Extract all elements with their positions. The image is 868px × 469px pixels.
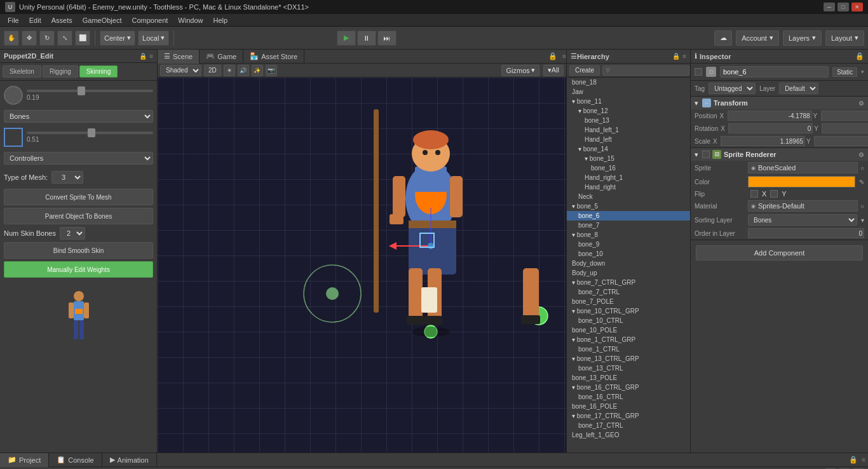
hierarchy-item[interactable]: ▾ bone_14 bbox=[567, 144, 690, 154]
hierarchy-item[interactable]: bone_9 bbox=[567, 240, 690, 249]
static-chevron[interactable]: ▾ bbox=[861, 69, 864, 75]
color-pick-icon[interactable]: ✎ bbox=[859, 179, 864, 186]
menu-edit[interactable]: Edit bbox=[24, 14, 46, 27]
sprite-renderer-header[interactable]: ▾ 🖼 Sprite Renderer ⚙ bbox=[691, 148, 868, 161]
hierarchy-item[interactable]: bone_13_POLE bbox=[567, 373, 690, 383]
tab-skinning[interactable]: Skinning bbox=[79, 65, 118, 78]
tag-select[interactable]: Untagged bbox=[709, 83, 756, 94]
play-button[interactable]: ▶ bbox=[337, 31, 356, 46]
flip-y-checkbox[interactable] bbox=[770, 190, 778, 198]
hierarchy-item[interactable]: ▾ bone_1_CTRL_GRP bbox=[567, 335, 690, 344]
tab-game[interactable]: 🎮 Game bbox=[200, 50, 243, 64]
sprite-renderer-gear[interactable]: ⚙ bbox=[858, 151, 864, 158]
slider1-thumb[interactable] bbox=[78, 86, 85, 95]
hierarchy-item[interactable]: ▾ bone_16_CTRL_GRP bbox=[567, 383, 690, 392]
audio-icon[interactable]: 🔊 bbox=[238, 65, 249, 76]
hierarchy-create-button[interactable]: Create bbox=[569, 65, 600, 76]
hierarchy-item[interactable]: bone_7_POLE bbox=[567, 297, 690, 306]
mesh-type-select[interactable]: 3 bbox=[51, 171, 83, 184]
slider2-thumb[interactable] bbox=[88, 128, 95, 137]
object-name-input[interactable] bbox=[720, 66, 829, 78]
hierarchy-item[interactable]: Neck bbox=[567, 192, 690, 201]
hierarchy-item[interactable]: bone_10_POLE bbox=[567, 325, 690, 335]
order-input[interactable] bbox=[748, 228, 864, 238]
parent-object-button[interactable]: Parent Object To Bones bbox=[4, 208, 153, 224]
color-picker[interactable] bbox=[748, 176, 855, 187]
hierarchy-item[interactable]: Leg_left_1_GEO bbox=[567, 430, 690, 440]
hand-tool-button[interactable]: ✋ bbox=[4, 31, 19, 46]
scale-tool-button[interactable]: ⤡ bbox=[57, 31, 72, 46]
inspector-lock-icon[interactable]: 🔒 bbox=[855, 52, 864, 60]
menu-gameobject[interactable]: GameObject bbox=[78, 14, 127, 27]
tab-project[interactable]: 📁 Project bbox=[0, 453, 49, 467]
puppet2d-lock-icon[interactable]: 🔒 bbox=[139, 53, 147, 60]
rot-x-input[interactable] bbox=[728, 123, 813, 133]
puppet2d-menu-icon[interactable]: ≡ bbox=[149, 53, 153, 60]
tab-scene[interactable]: ☰ Scene bbox=[158, 50, 200, 64]
hierarchy-item[interactable]: ▾ bone_8 bbox=[567, 230, 690, 240]
hierarchy-item[interactable]: Jaw bbox=[567, 87, 690, 97]
object-active-checkbox[interactable] bbox=[695, 68, 702, 76]
shading-dropdown[interactable]: Shaded bbox=[160, 65, 201, 76]
rotate-tool-button[interactable]: ↻ bbox=[39, 31, 55, 46]
move-tool-button[interactable]: ✥ bbox=[22, 31, 37, 46]
hierarchy-search-input[interactable] bbox=[602, 65, 689, 76]
view-2d-button[interactable]: 2D bbox=[204, 65, 221, 76]
material-pick-icon[interactable]: ○ bbox=[860, 203, 864, 210]
hierarchy-item[interactable]: ▾ bone_17_CTRL_GRP bbox=[567, 411, 690, 421]
menu-window[interactable]: Window bbox=[173, 14, 208, 27]
hierarchy-item[interactable]: bone_6 bbox=[567, 211, 690, 221]
scene-viewport[interactable] bbox=[158, 78, 566, 452]
hierarchy-menu-icon[interactable]: ≡ bbox=[682, 53, 686, 60]
manually-edit-button[interactable]: Manually Edit Weights bbox=[4, 261, 153, 278]
bottom-lock-icon[interactable]: 🔒 bbox=[849, 456, 862, 464]
sorting-layer-pick[interactable]: ▾ bbox=[861, 217, 864, 224]
menu-file[interactable]: File bbox=[3, 14, 24, 27]
minimize-button[interactable]: ─ bbox=[824, 3, 835, 11]
hierarchy-item[interactable]: bone_16_CTRL bbox=[567, 392, 690, 402]
gizmos-button[interactable]: Gizmos ▾ bbox=[501, 65, 539, 76]
maximize-button[interactable]: □ bbox=[837, 3, 849, 11]
hierarchy-item[interactable]: ▾ bone_7_CTRL_GRP bbox=[567, 278, 690, 287]
slider1-track[interactable] bbox=[27, 90, 153, 92]
hierarchy-item[interactable]: Hand_left_1 bbox=[567, 125, 690, 135]
hierarchy-item[interactable]: ▾ bone_10_CTRL_GRP bbox=[567, 306, 690, 316]
hierarchy-item[interactable]: bone_16 bbox=[567, 163, 690, 173]
hierarchy-item[interactable]: Hand_left bbox=[567, 135, 690, 144]
hierarchy-item[interactable]: Body_up bbox=[567, 268, 690, 278]
camera-icon[interactable]: 📷 bbox=[266, 65, 277, 76]
tab-skeleton[interactable]: Skeleton bbox=[3, 65, 41, 78]
hierarchy-item[interactable]: bone_10 bbox=[567, 249, 690, 259]
hierarchy-item[interactable]: Hand_right_1 bbox=[567, 173, 690, 182]
lighting-icon[interactable]: ☀ bbox=[224, 65, 235, 76]
pause-button[interactable]: ⏸ bbox=[357, 31, 376, 46]
pos-x-input[interactable] bbox=[728, 111, 812, 121]
sprite-renderer-enable[interactable] bbox=[702, 151, 710, 158]
hierarchy-item[interactable]: bone_7 bbox=[567, 221, 690, 230]
close-button[interactable]: ✕ bbox=[851, 3, 863, 11]
hierarchy-item[interactable]: ▾ bone_5 bbox=[567, 201, 690, 211]
hierarchy-item[interactable]: ▾ bone_13_CTRL_GRP bbox=[567, 354, 690, 364]
flip-x-checkbox[interactable] bbox=[750, 190, 758, 198]
slider2-track[interactable] bbox=[27, 132, 153, 134]
step-button[interactable]: ⏭ bbox=[377, 31, 397, 46]
menu-help[interactable]: Help bbox=[208, 14, 233, 27]
hierarchy-item[interactable]: ▾ bone_12 bbox=[567, 106, 690, 116]
bones-dropdown[interactable]: Bones bbox=[4, 110, 153, 123]
static-badge[interactable]: Static bbox=[832, 67, 857, 77]
hierarchy-item[interactable]: bone_16_POLE bbox=[567, 402, 690, 411]
scene-lock-icon[interactable]: 🔒 bbox=[548, 52, 561, 60]
sorting-layer-select[interactable]: Bones bbox=[748, 214, 857, 226]
menu-assets[interactable]: Assets bbox=[46, 14, 78, 27]
hierarchy-item[interactable]: bone_7_CTRL bbox=[567, 287, 690, 297]
rect-tool-button[interactable]: ⬜ bbox=[75, 31, 90, 46]
hierarchy-item[interactable]: bone_13_CTRL bbox=[567, 364, 690, 373]
layer-select[interactable]: Default bbox=[779, 83, 818, 94]
bottom-menu-icon[interactable]: ≡ bbox=[862, 456, 868, 463]
add-component-button[interactable]: Add Component bbox=[696, 245, 863, 261]
effects-icon[interactable]: ✨ bbox=[252, 65, 263, 76]
hierarchy-item[interactable]: bone_1_CTRL bbox=[567, 344, 690, 354]
cloud-button[interactable]: ☁ bbox=[714, 31, 732, 46]
tab-animation[interactable]: ▶ Animation bbox=[102, 453, 157, 467]
pos-y-input[interactable] bbox=[821, 111, 868, 121]
